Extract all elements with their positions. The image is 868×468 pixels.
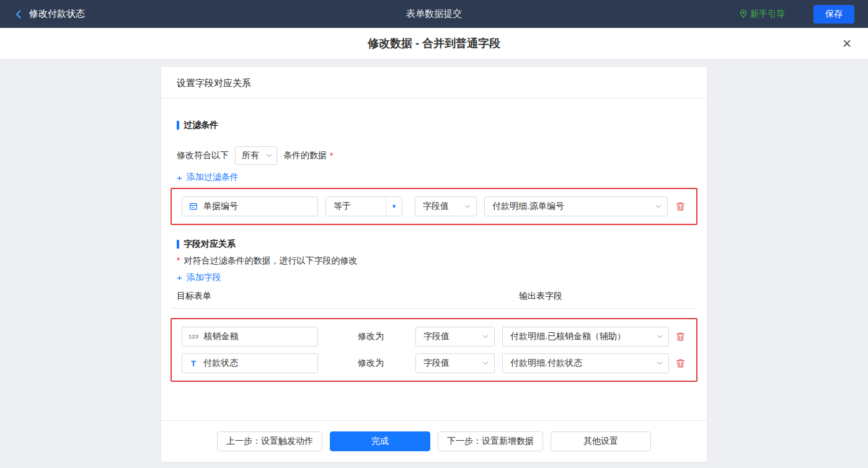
- value-type-select[interactable]: 字段值: [415, 196, 477, 216]
- mapping-row: T 付款状态 修改为 字段值 付款明细.付款状态: [182, 353, 686, 373]
- match-mode-select[interactable]: 所有: [235, 146, 277, 165]
- plus-icon: +: [177, 273, 182, 282]
- text-field-icon: T: [188, 359, 198, 368]
- required-mark: *: [330, 151, 333, 161]
- top-bar: 修改付款状态 表单数据提交 新手引导 保存: [0, 0, 868, 28]
- value-type-select[interactable]: 字段值: [415, 327, 495, 347]
- output-field-column-header: 输出表字段: [519, 291, 562, 302]
- page-title: 表单数据提交: [0, 8, 868, 20]
- add-field-link[interactable]: + 添加字段: [177, 272, 221, 283]
- filter-field-input[interactable]: 单据编号: [182, 196, 318, 216]
- target-field-input[interactable]: T 付款状态: [182, 353, 318, 373]
- card-footer: 上一步：设置触发动作 完成 下一步：设置新增数据 其他设置: [161, 420, 707, 462]
- chevron-down-icon: [657, 335, 663, 338]
- target-field-input[interactable]: 123 核销金额: [182, 327, 318, 347]
- prev-step-button[interactable]: 上一步：设置触发动作: [217, 431, 322, 451]
- document-field-icon: [188, 202, 198, 211]
- delete-mapping-row-button[interactable]: [675, 357, 686, 369]
- next-step-button[interactable]: 下一步：设置新增数据: [438, 431, 543, 451]
- page-background: 设置字段对应关系 过滤条件 修改符合以下 所有 条件的数据 *: [0, 59, 868, 468]
- chevron-down-icon: [657, 361, 663, 365]
- mapping-section-title: 字段对应关系: [177, 239, 691, 250]
- add-filter-condition-link[interactable]: + 添加过滤条件: [177, 172, 239, 183]
- operator-select[interactable]: 等于 ▼: [326, 196, 402, 216]
- delete-filter-row-button[interactable]: [675, 200, 686, 213]
- modify-to-label: 修改为: [358, 331, 384, 342]
- back-button[interactable]: 修改付款状态: [14, 8, 85, 20]
- card-title: 设置字段对应关系: [161, 67, 707, 99]
- target-form-column-header: 目标表单: [177, 291, 519, 302]
- beginner-guide-label: 新手引导: [750, 9, 785, 20]
- value-type-select[interactable]: 字段值: [415, 353, 495, 373]
- chevron-left-icon: [14, 9, 24, 19]
- modify-to-label: 修改为: [358, 358, 384, 369]
- match-prefix-label: 修改符合以下: [177, 150, 229, 161]
- mapping-row: 123 核销金额 修改为 字段值 付款明细.已核销金额（辅助）: [182, 327, 686, 347]
- modal-header: 修改数据 - 合并到普通字段 ✕: [0, 28, 868, 59]
- mapping-description: * 对符合过滤条件的数据，进行以下字段的修改: [177, 255, 691, 267]
- filter-conditions-box: 单据编号 等于 ▼ 字段值 付款明细.源单编号: [170, 188, 698, 225]
- chevron-down-icon: [464, 205, 471, 208]
- output-field-select[interactable]: 付款明细.已核销金额（辅助）: [502, 327, 669, 347]
- done-button[interactable]: 完成: [330, 431, 430, 451]
- filter-section-title: 过滤条件: [177, 120, 691, 131]
- close-icon[interactable]: ✕: [842, 38, 852, 50]
- modal-title: 修改数据 - 合并到普通字段: [368, 36, 500, 51]
- required-mark: *: [177, 255, 180, 265]
- back-label: 修改付款状态: [29, 8, 85, 20]
- filter-value-select[interactable]: 付款明细.源单编号: [484, 196, 668, 216]
- delete-mapping-row-button[interactable]: [675, 330, 686, 343]
- match-condition-row: 修改符合以下 所有 条件的数据 *: [177, 146, 691, 165]
- chevron-down-icon: [266, 154, 272, 157]
- mapping-column-headers: 目标表单 输出表字段: [170, 291, 698, 309]
- beginner-guide-link[interactable]: 新手引导: [740, 9, 785, 20]
- operator-dropdown-arrow-icon[interactable]: ▼: [386, 197, 402, 216]
- section-marker: [177, 240, 179, 249]
- chevron-down-icon: [482, 335, 489, 338]
- field-mapping-box: 123 核销金额 修改为 字段值 付款明细.已核销金额（辅助）: [170, 318, 698, 382]
- location-pin-icon: [740, 9, 747, 19]
- plus-icon: +: [177, 173, 182, 182]
- section-marker: [177, 121, 179, 130]
- match-suffix-label: 条件的数据: [283, 150, 327, 161]
- other-settings-button[interactable]: 其他设置: [551, 431, 651, 451]
- filter-row: 单据编号 等于 ▼ 字段值 付款明细.源单编号: [182, 196, 686, 216]
- settings-card: 设置字段对应关系 过滤条件 修改符合以下 所有 条件的数据 *: [161, 67, 707, 462]
- output-field-select[interactable]: 付款明细.付款状态: [502, 353, 669, 373]
- number-field-icon: 123: [188, 333, 199, 340]
- chevron-down-icon: [655, 205, 662, 208]
- save-button[interactable]: 保存: [813, 5, 854, 24]
- chevron-down-icon: [482, 361, 489, 365]
